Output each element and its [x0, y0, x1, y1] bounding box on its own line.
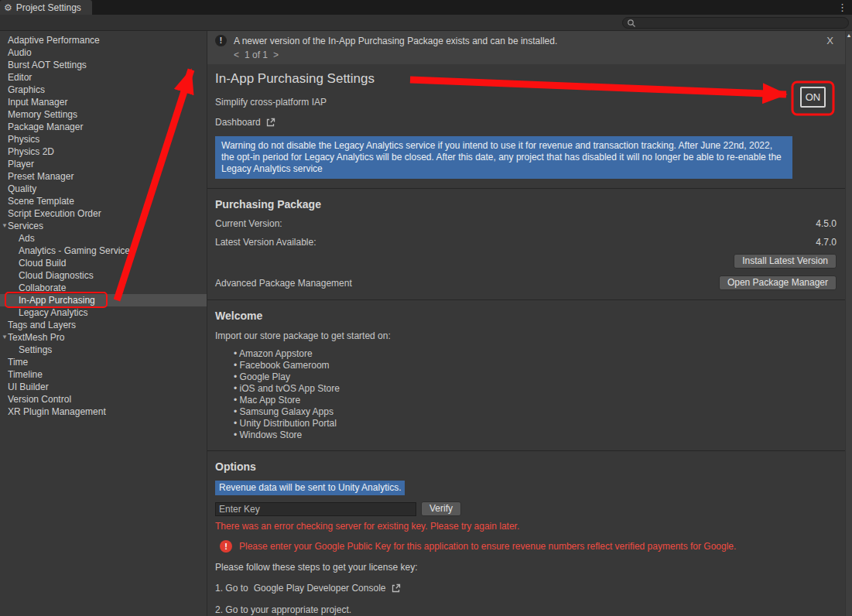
sidebar-item-adaptive-performance[interactable]: Adaptive Performance — [0, 34, 207, 46]
sidebar-item-memory-settings[interactable]: Memory Settings — [0, 108, 207, 121]
sidebar-item-services[interactable]: ▼Services — [0, 220, 207, 232]
foldout-icon[interactable]: ▼ — [2, 331, 8, 344]
install-latest-version-button[interactable]: Install Latest Version — [734, 254, 837, 269]
advanced-package-management-row: Advanced Package Management Open Package… — [207, 275, 846, 290]
sidebar-item-xr-plugin-management[interactable]: XR Plugin Management — [0, 406, 207, 418]
google-play-console-link[interactable]: Google Play Developer Console — [254, 583, 386, 594]
sidebar-item-collaborate[interactable]: Collaborate — [0, 282, 207, 294]
sidebar-item-tags-and-layers[interactable]: Tags and Layers — [0, 319, 207, 331]
install-row: Install Latest Version — [207, 254, 846, 269]
list-item: Facebook Gameroom — [234, 360, 846, 371]
sidebar-item-in-app-purchasing[interactable]: In-App Purchasing — [0, 294, 207, 306]
dashboard-link[interactable]: Dashboard — [215, 117, 261, 128]
sidebar-item-timeline[interactable]: Timeline — [0, 368, 207, 381]
kebab-menu-icon[interactable]: ⋮ — [837, 2, 847, 13]
external-link-icon[interactable] — [391, 583, 401, 594]
step-1-row: 1. Go to Google Play Developer Console — [215, 583, 846, 594]
list-item: Samsung Galaxy Apps — [234, 406, 846, 418]
dashboard-row: Dashboard — [215, 117, 846, 128]
sidebar-item-input-manager[interactable]: Input Manager — [0, 96, 207, 108]
section-heading-options: Options — [215, 460, 846, 474]
settings-content-panel: ! A newer version of the In-App Purchasi… — [207, 31, 846, 616]
list-item: Mac App Store — [234, 395, 846, 406]
sidebar-item-scene-template[interactable]: Scene Template — [0, 195, 207, 207]
sidebar-item-package-manager[interactable]: Package Manager — [0, 121, 207, 133]
license-key-row: Verify — [215, 501, 846, 516]
error-icon: ! — [220, 540, 232, 553]
purchasing-package-section: Purchasing Package Current Version: 4.5.… — [207, 198, 846, 290]
advanced-package-management-label: Advanced Package Management — [215, 278, 352, 289]
sidebar-item-preset-manager[interactable]: Preset Manager — [0, 170, 207, 183]
window-title: Project Settings — [16, 2, 81, 13]
gear-icon: ⚙ — [4, 3, 12, 12]
divider — [207, 188, 846, 189]
list-item: Windows Store — [234, 429, 846, 441]
search-input[interactable] — [639, 18, 844, 28]
latest-version-label: Latest Version Available: — [215, 237, 317, 248]
legacy-analytics-warning: Warning do not disable the Legacy Analyt… — [215, 136, 792, 179]
verify-button[interactable]: Verify — [421, 501, 461, 516]
scroll-up-icon[interactable]: ▲ — [846, 33, 852, 38]
next-notification-button[interactable]: > — [273, 50, 279, 60]
prev-notification-button[interactable]: < — [234, 50, 239, 60]
google-key-error-row: ! Please enter your Google Public Key fo… — [220, 540, 846, 553]
sidebar-item-textmesh-pro[interactable]: ▼TextMesh Pro — [0, 331, 207, 344]
sidebar-item-audio[interactable]: Audio — [0, 46, 207, 59]
iap-enabled-toggle[interactable]: ON — [800, 87, 826, 108]
sidebar-item-legacy-analytics[interactable]: Legacy Analytics — [0, 306, 207, 319]
options-section: Options Revenue data will be sent to Uni… — [207, 460, 846, 616]
latest-version-row: Latest Version Available: 4.7.0 — [207, 237, 846, 248]
info-icon: ! — [215, 35, 227, 46]
sidebar-item-textmesh-settings[interactable]: Settings — [0, 344, 207, 356]
notification-pagination: 1 of 1 — [245, 50, 268, 60]
sidebar-item-cloud-diagnostics[interactable]: Cloud Diagnostics — [0, 269, 207, 282]
sidebar-item-ads[interactable]: Ads — [0, 232, 207, 245]
sidebar-item-quality[interactable]: Quality — [0, 183, 207, 195]
sidebar-item-physics-2d[interactable]: Physics 2D — [0, 145, 207, 158]
latest-version-value: 4.7.0 — [816, 237, 837, 248]
license-key-input[interactable] — [215, 502, 416, 516]
current-version-value: 4.5.0 — [816, 218, 837, 230]
close-icon[interactable]: X — [826, 35, 833, 46]
sidebar-item-version-control[interactable]: Version Control — [0, 393, 207, 406]
step-1-prefix: 1. Go to — [215, 583, 248, 594]
section-heading-purchasing-package: Purchasing Package — [215, 198, 846, 211]
search-field[interactable] — [622, 17, 849, 29]
analytics-note: Revenue data will be sent to Unity Analy… — [215, 481, 405, 495]
sidebar-item-physics[interactable]: Physics — [0, 133, 207, 145]
notification-pager: < 1 of 1 > — [234, 50, 838, 60]
notification-banner: ! A newer version of the In-App Purchasi… — [207, 31, 846, 64]
sidebar-item-player[interactable]: Player — [0, 158, 207, 170]
section-heading-welcome: Welcome — [215, 310, 846, 323]
divider — [207, 450, 846, 451]
current-version-label: Current Version: — [215, 218, 282, 230]
tab-project-settings[interactable]: ⚙ Project Settings — [0, 0, 92, 15]
scrollbar[interactable]: ▲ — [845, 31, 852, 616]
page-title: In-App Purchasing Settings — [215, 71, 846, 87]
titlebar: ⚙ Project Settings ⋮ — [0, 0, 852, 15]
list-item: Google Play — [234, 371, 846, 383]
store-list: Amazon Appstore Facebook Gameroom Google… — [234, 348, 846, 441]
list-item: Unity Distribution Portal — [234, 418, 846, 429]
current-version-row: Current Version: 4.5.0 — [207, 218, 846, 230]
sidebar-item-editor[interactable]: Editor — [0, 71, 207, 84]
search-icon — [627, 19, 636, 28]
welcome-section: Welcome Import our store package to get … — [207, 310, 846, 441]
welcome-intro: Import our store package to get started … — [215, 330, 846, 342]
sidebar-item-time[interactable]: Time — [0, 356, 207, 368]
foldout-icon[interactable]: ▼ — [2, 220, 8, 232]
sidebar-item-burst-aot-settings[interactable]: Burst AOT Settings — [0, 59, 207, 71]
google-key-error-text: Please enter your Google Public Key for … — [239, 541, 736, 553]
notification-message: A newer version of the In-App Purchasing… — [234, 36, 557, 46]
sidebar-item-cloud-build[interactable]: Cloud Build — [0, 257, 207, 269]
sidebar-item-script-execution-order[interactable]: Script Execution Order — [0, 207, 207, 220]
external-link-icon[interactable] — [265, 118, 275, 128]
divider — [207, 299, 846, 300]
list-item: Amazon Appstore — [234, 348, 846, 360]
open-package-manager-button[interactable]: Open Package Manager — [719, 275, 837, 290]
server-error-text: There was an error checking server for e… — [215, 521, 846, 532]
sidebar-item-graphics[interactable]: Graphics — [0, 84, 207, 96]
sidebar-item-ui-builder[interactable]: UI Builder — [0, 381, 207, 393]
sidebar-item-analytics-gaming-services[interactable]: Analytics - Gaming Services — [0, 245, 207, 257]
subtitle: Simplify cross-platform IAP — [215, 97, 846, 108]
